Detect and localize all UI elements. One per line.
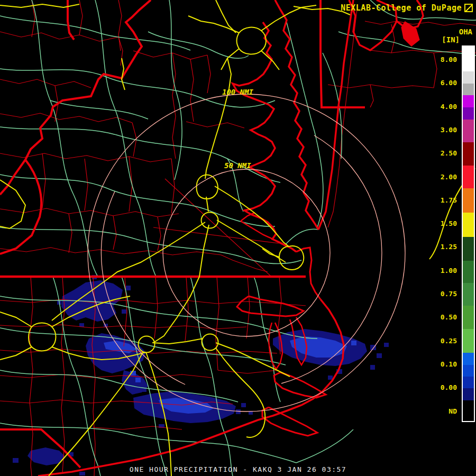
scale-tick-0.50: 0.50 <box>416 313 457 322</box>
product-caption: ONE HOUR PRECIPITATION - KAKQ 3 JAN 26 0… <box>0 465 476 473</box>
scale-segment-1 <box>463 71 474 84</box>
scale-segment-2 <box>463 84 474 95</box>
scale-segment-5 <box>463 120 474 142</box>
map-canvas: 100 NMI 50 NMI <box>0 0 476 476</box>
scale-segment-12 <box>463 283 474 306</box>
scale-tick-0.00: 0.00 <box>416 383 457 392</box>
scale-tick-2.50: 2.50 <box>416 149 457 158</box>
scale-segment-15 <box>463 353 474 365</box>
range-label-50nmi: 50 NMI <box>224 161 251 170</box>
scale-tick-4.00: 4.00 <box>416 103 457 111</box>
scale-segment-9 <box>463 213 474 237</box>
scale-tick-1.00: 1.00 <box>416 267 457 275</box>
scale-segment-8 <box>463 188 474 213</box>
scale-segment-3 <box>463 95 474 107</box>
scale-segment-13 <box>463 306 474 329</box>
scale-tick-6.00: 6.00 <box>416 79 457 87</box>
scale-segment-6 <box>463 142 474 166</box>
precip-color-scale <box>462 45 475 422</box>
scale-segment-16 <box>463 365 474 377</box>
scale-segment-19 <box>463 400 474 421</box>
scale-segment-18 <box>463 388 474 400</box>
box-diagonal-icon <box>464 4 473 12</box>
scale-segment-11 <box>463 261 474 283</box>
scale-tick-nd: ND <box>416 407 457 416</box>
range-label-100nmi: 100 NMI <box>222 88 254 96</box>
scale-segment-0 <box>463 47 474 71</box>
scale-tick-1.50: 1.50 <box>416 219 457 228</box>
site-title: NEXLAB-College of DuPage <box>341 3 462 13</box>
scale-tick-8.00: 8.00 <box>416 56 457 64</box>
units-label: [IN] <box>442 35 460 44</box>
scale-tick-0.75: 0.75 <box>416 290 457 298</box>
scale-segment-4 <box>463 107 474 120</box>
scale-tick-3.00: 3.00 <box>416 126 457 134</box>
scale-segment-14 <box>463 329 474 353</box>
scale-tick-1.75: 1.75 <box>416 196 457 205</box>
scale-tick-2.00: 2.00 <box>416 173 457 181</box>
scale-segment-7 <box>463 166 474 188</box>
product-code-label: OHA <box>459 28 472 36</box>
radar-viewer: 100 NMI 50 NMI NEXLAB-College of DuPage … <box>0 0 476 476</box>
scale-segment-10 <box>463 237 474 261</box>
header: NEXLAB-College of DuPage <box>341 3 473 13</box>
scale-tick-0.25: 0.25 <box>416 337 457 345</box>
scale-segment-17 <box>463 377 474 388</box>
scale-tick-1.25: 1.25 <box>416 243 457 251</box>
scale-tick-0.10: 0.10 <box>416 360 457 369</box>
